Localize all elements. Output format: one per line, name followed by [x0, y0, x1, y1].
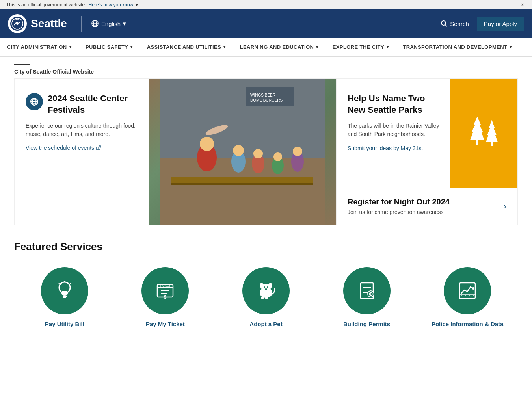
search-icon [441, 20, 448, 27]
building-permits-icon-circle [343, 267, 391, 314]
adopt-pet-label: Adopt a Pet [249, 321, 282, 327]
pay-utility-icon-circle: $ [41, 267, 88, 314]
gov-banner-dropdown-icon: ▾ [136, 2, 138, 7]
nav-item-public-safety[interactable]: PUBLIC SAFETY ▾ [78, 38, 140, 56]
svg-point-57 [265, 288, 267, 290]
night-out-title: Register for Night Out 2024 [348, 197, 450, 206]
trees-icon [464, 113, 504, 154]
service-adopt-pet[interactable]: Adopt a Pet [216, 267, 316, 327]
parks-link[interactable]: Submit your ideas by May 31st [348, 145, 423, 151]
breadcrumb-section: City of Seattle Official Website [0, 57, 532, 78]
svg-rect-59 [265, 296, 268, 299]
hero-right-panel: Help Us Name Two New Seattle Parks The p… [336, 79, 517, 225]
main-nav: CITY ADMINISTRATION ▾ PUBLIC SAFETY ▾ AS… [0, 38, 532, 57]
nav-item-learning[interactable]: LEARNING AND EDUCATION ▾ [233, 38, 326, 56]
nav-item-assistance[interactable]: ASSISTANCE AND UTILITIES ▾ [140, 38, 233, 56]
pay-ticket-label: Pay My Ticket [146, 321, 185, 327]
police-data-icon-circle [444, 267, 491, 314]
featured-services-title: Featured Services [14, 241, 518, 253]
logo-circle: SEATTLE [8, 14, 27, 33]
hero-festival-image: WINGS BEER DOME BURGERS [160, 79, 325, 225]
service-police-data[interactable]: Police Information & Data [417, 267, 518, 327]
nav-item-city-admin[interactable]: CITY ADMINISTRATION ▾ [0, 38, 78, 56]
svg-rect-58 [261, 296, 264, 299]
svg-line-10 [445, 25, 447, 27]
nav-label-public-safety: PUBLIC SAFETY [86, 44, 128, 50]
police-data-label: Police Information & Data [432, 321, 504, 327]
svg-line-42 [69, 283, 71, 284]
svg-text:SEATTLE: SEATTLE [14, 19, 21, 21]
site-name: Seattle [31, 17, 67, 30]
svg-text:TICKET: TICKET [160, 284, 171, 288]
services-grid: $ Pay Utility Bill TICKET $ Pay My Ticke… [14, 267, 518, 327]
svg-rect-17 [160, 79, 325, 158]
ticket-icon: TICKET $ [153, 279, 177, 303]
nav-label-city-admin: CITY ADMINISTRATION [7, 44, 67, 50]
pay-ticket-icon-circle: TICKET $ [141, 267, 189, 314]
gov-banner-text: This is an official government website. [6, 2, 86, 7]
lightbulb-icon: $ [53, 279, 76, 303]
nav-item-explore[interactable]: EXPLORE THE CITY ▾ [326, 38, 396, 56]
parks-image [450, 79, 517, 188]
svg-marker-34 [470, 117, 484, 140]
nav-label-transportation: TRANSPORTATION AND DEVELOPMENT [403, 44, 507, 50]
header-divider [81, 16, 82, 32]
site-logo[interactable]: SEATTLE Seattle [8, 14, 67, 33]
hero-center-image: WINGS BEER DOME BURGERS [149, 79, 336, 225]
external-link-icon [96, 145, 101, 151]
service-pay-utility[interactable]: $ Pay Utility Bill [14, 267, 115, 327]
language-chevron: ▾ [123, 20, 126, 27]
pay-apply-button[interactable]: Pay or Apply [477, 17, 524, 31]
adopt-pet-icon-circle [242, 267, 290, 314]
svg-rect-37 [491, 142, 493, 146]
featured-services-section: Featured Services $ Pay Utility Bill [0, 225, 532, 351]
gov-banner: This is an official government website. … [0, 0, 532, 9]
svg-line-43 [59, 283, 60, 284]
nav-label-assistance: ASSISTANCE AND UTILITIES [147, 44, 221, 50]
header-right: Search Pay or Apply [436, 17, 524, 31]
nav-item-transportation[interactable]: TRANSPORTATION AND DEVELOPMENT ▾ [396, 38, 519, 56]
nav-label-learning: LEARNING AND EDUCATION [240, 44, 314, 50]
language-label: English [101, 20, 121, 27]
svg-rect-19 [171, 183, 313, 185]
nav-chevron-city-admin: ▾ [69, 45, 71, 49]
hero-main-link[interactable]: View the schedule of events [26, 145, 138, 151]
svg-point-26 [253, 149, 263, 158]
svg-point-2 [16, 22, 19, 25]
hero-right-top: Help Us Name Two New Seattle Parks The p… [336, 79, 517, 188]
parks-card: Help Us Name Two New Seattle Parks The p… [336, 79, 450, 188]
night-out-chevron: › [504, 201, 506, 212]
svg-text:WINGS BEER: WINGS BEER [250, 93, 275, 97]
svg-rect-35 [476, 140, 478, 145]
svg-point-21 [200, 137, 214, 151]
svg-point-9 [441, 21, 446, 25]
hero-main-title: 2024 Seattle Center Festivals [48, 93, 138, 115]
service-building-permits[interactable]: Building Permits [316, 267, 417, 327]
gov-banner-link[interactable]: Here's how you know [89, 2, 134, 7]
pay-utility-label: Pay Utility Bill [45, 321, 84, 327]
breadcrumb-line [14, 64, 30, 65]
service-pay-ticket[interactable]: TICKET $ Pay My Ticket [115, 267, 216, 327]
svg-point-24 [233, 145, 244, 156]
parks-desc: The parks will be in the Rainier Valley … [348, 122, 439, 138]
nav-chevron-public-safety: ▾ [130, 45, 132, 49]
hero-image-placeholder: WINGS BEER DOME BURGERS [149, 79, 336, 225]
nav-label-explore: EXPLORE THE CITY [333, 44, 384, 50]
svg-rect-18 [171, 177, 313, 183]
close-banner-button[interactable]: × [519, 2, 526, 8]
search-button[interactable]: Search [436, 17, 474, 30]
site-header: SEATTLE Seattle English ▾ Search Pay or … [0, 9, 532, 38]
night-out-desc: Join us for crime prevention awareness [348, 209, 450, 215]
hero-main-desc: Experience our region's culture through … [26, 122, 138, 138]
svg-point-30 [293, 147, 302, 156]
nav-chevron-explore: ▾ [387, 45, 389, 49]
hero-section: 2024 Seattle Center Festivals Experience… [14, 78, 518, 225]
svg-point-28 [273, 152, 282, 161]
parks-title: Help Us Name Two New Seattle Parks [348, 93, 439, 115]
language-selector[interactable]: English ▾ [88, 17, 129, 30]
svg-point-70 [472, 287, 474, 290]
chart-icon [456, 279, 479, 303]
night-out-card[interactable]: Register for Night Out 2024 Join us for … [336, 188, 517, 225]
nav-chevron-assistance: ▾ [223, 45, 225, 49]
building-permits-label: Building Permits [343, 321, 390, 327]
